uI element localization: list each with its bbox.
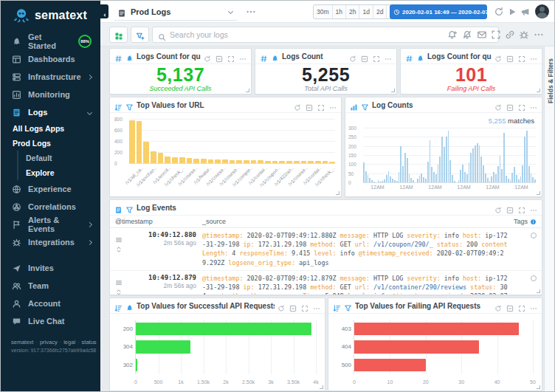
panel-menu-icon[interactable]: [530, 52, 537, 60]
sidebar-item-get-started[interactable]: Get Started88%: [1, 32, 100, 50]
log-count-bar[interactable]: [369, 178, 370, 182]
log-count-bar[interactable]: [514, 167, 515, 182]
sidebar-item-team[interactable]: Team: [1, 277, 100, 295]
panel-menu-icon[interactable]: [329, 101, 337, 109]
log-count-bar[interactable]: [365, 171, 367, 182]
log-count-bar[interactable]: [441, 137, 443, 182]
log-count-bar[interactable]: [419, 176, 421, 182]
add-filter-button[interactable]: [131, 27, 149, 43]
log-count-bar[interactable]: [388, 171, 390, 182]
collapse-panel-icon[interactable]: [306, 101, 313, 109]
log-count-bar[interactable]: [458, 180, 460, 182]
bug-report-icon[interactable]: [519, 30, 529, 40]
log-count-bar[interactable]: [379, 182, 381, 182]
collapse-panel-icon[interactable]: [506, 101, 514, 109]
log-count-bar[interactable]: [439, 157, 441, 182]
url-bar[interactable]: [201, 159, 207, 163]
url-bar[interactable]: [258, 160, 263, 163]
log-count-bar[interactable]: [390, 176, 391, 182]
log-count-bar[interactable]: [400, 146, 401, 182]
value-bar[interactable]: [354, 340, 479, 353]
url-bar[interactable]: [158, 153, 164, 163]
log-count-bar[interactable]: [417, 179, 418, 182]
url-bar[interactable]: [272, 161, 278, 163]
log-count-bar[interactable]: [483, 165, 484, 182]
log-count-bar[interactable]: [449, 160, 451, 182]
play-icon[interactable]: [507, 7, 517, 17]
sidebar-item-account[interactable]: Account: [1, 295, 100, 312]
log-count-bar[interactable]: [477, 143, 478, 182]
sidebar-item-explore[interactable]: Explore: [17, 165, 100, 180]
time-range-2d[interactable]: 2d: [373, 5, 387, 18]
log-count-bar[interactable]: [409, 174, 410, 182]
log-count-bar[interactable]: [522, 165, 523, 182]
url-bar[interactable]: [172, 157, 178, 163]
log-count-bar[interactable]: [460, 170, 461, 182]
refresh-icon[interactable]: [494, 52, 502, 60]
log-count-bar[interactable]: [444, 147, 445, 182]
log-count-bar[interactable]: [493, 172, 494, 182]
log-count-bar[interactable]: [500, 156, 501, 182]
url-bar[interactable]: [301, 161, 307, 163]
sidebar-item-prod-logs[interactable]: Prod Logs: [1, 136, 100, 151]
log-event-row[interactable]: 10:49:12.8792m 56s ago@timestamp: 2020-0…: [110, 271, 542, 295]
panel-menu-icon[interactable]: [385, 52, 392, 60]
log-count-bar[interactable]: [407, 158, 408, 182]
log-count-bar[interactable]: [452, 175, 453, 182]
log-count-bar[interactable]: [480, 157, 482, 182]
url-bar[interactable]: [286, 161, 292, 163]
log-count-bar[interactable]: [469, 162, 470, 182]
sidebar-item-integrations[interactable]: Integrations: [1, 233, 100, 251]
log-count-bar[interactable]: [510, 180, 511, 182]
value-bar[interactable]: [136, 323, 311, 335]
log-count-bar[interactable]: [402, 166, 404, 182]
url-bar[interactable]: [265, 161, 271, 163]
collapse-panel-icon[interactable]: [506, 302, 514, 309]
resize-handle[interactable]: [537, 289, 540, 293]
log-count-bar[interactable]: [485, 173, 486, 182]
more-options-icon[interactable]: [245, 7, 257, 17]
refresh-icon[interactable]: [494, 7, 504, 17]
url-bar[interactable]: [129, 120, 135, 163]
panel-menu-icon[interactable]: [239, 52, 247, 60]
log-count-bar[interactable]: [491, 176, 492, 182]
log-count-bar[interactable]: [454, 181, 455, 182]
tag-indicator-icon[interactable]: [531, 233, 537, 238]
app-selector[interactable]: Prod Logs: [114, 3, 237, 21]
row-menu-icon[interactable]: [115, 233, 123, 241]
column-timestamp[interactable]: @timestamp: [115, 218, 202, 225]
log-count-bar[interactable]: [396, 181, 398, 182]
log-count-bar[interactable]: [427, 162, 429, 182]
log-count-bar[interactable]: [501, 169, 503, 182]
expand-panel-icon[interactable]: [301, 302, 308, 309]
value-bar[interactable]: [136, 340, 190, 353]
log-count-bar[interactable]: [382, 181, 383, 182]
url-bar[interactable]: [193, 159, 199, 163]
log-count-bar[interactable]: [506, 176, 507, 182]
collapse-panel-icon[interactable]: [506, 204, 514, 211]
log-count-bar[interactable]: [472, 148, 474, 182]
search-input[interactable]: [170, 30, 493, 39]
log-count-bar[interactable]: [384, 179, 385, 182]
more-actions-icon[interactable]: [534, 30, 544, 40]
url-bar[interactable]: [244, 160, 249, 163]
log-count-bar[interactable]: [373, 182, 375, 182]
resize-handle[interactable]: [537, 191, 540, 195]
mute-alerts-icon[interactable]: [462, 30, 472, 40]
url-bar[interactable]: [308, 161, 314, 163]
fullscreen-icon[interactable]: [491, 30, 501, 40]
url-bar[interactable]: [187, 158, 193, 163]
log-count-bar[interactable]: [495, 174, 497, 182]
log-count-bar[interactable]: [475, 145, 476, 182]
panel-menu-icon[interactable]: [530, 204, 537, 211]
refresh-icon[interactable]: [349, 52, 356, 60]
url-bar[interactable]: [279, 161, 285, 163]
url-bar[interactable]: [230, 160, 235, 163]
log-count-bar[interactable]: [520, 176, 522, 182]
sidebar-item-dashboards[interactable]: Dashboards: [1, 50, 100, 68]
resize-handle[interactable]: [320, 385, 323, 389]
sidebar-item-live-chat[interactable]: Live Chat: [1, 312, 100, 330]
url-bar[interactable]: [329, 162, 335, 163]
sidebar-item-alerts-events[interactable]: Alerts & Events: [1, 216, 100, 233]
resize-handle[interactable]: [537, 89, 540, 92]
